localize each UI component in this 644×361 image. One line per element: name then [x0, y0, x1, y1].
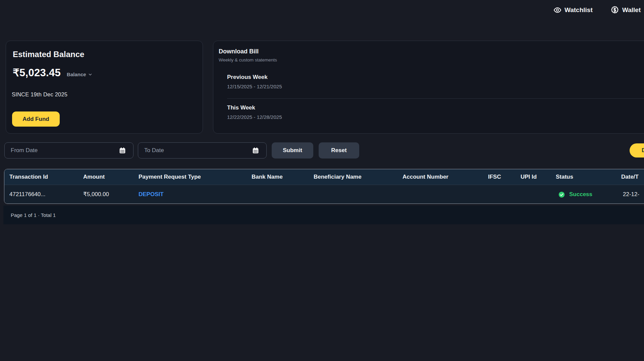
cell-date-time: 22-12- [623, 185, 639, 204]
pagination-text: Page 1 of 1 · Total 1 [11, 212, 56, 218]
bill-item-label: This Week [227, 104, 644, 111]
table-header-row: Transaction Id Amount Payment Request Ty… [4, 169, 644, 185]
bill-item-previous-week[interactable]: Previous Week 12/15/2025 - 12/21/2025 [227, 74, 644, 89]
chevron-down-icon [88, 72, 93, 77]
eye-icon [553, 6, 561, 14]
col-status: Status [556, 169, 573, 185]
from-date-input[interactable] [4, 142, 133, 159]
col-bank-name: Bank Name [252, 169, 283, 185]
download-bill-title: Download Bill [219, 48, 259, 55]
reset-button[interactable]: Reset [319, 142, 359, 159]
col-account-number: Account Number [402, 169, 448, 185]
cell-payment-request-type: DEPOSIT [139, 185, 164, 204]
submit-button[interactable]: Submit [272, 142, 313, 159]
cell-amount: ₹5,000.00 [83, 185, 109, 204]
balance-type-selector[interactable]: Balance [67, 72, 93, 77]
cell-transaction-id: 4721176640... [9, 185, 45, 204]
bill-item-range: 12/15/2025 - 12/21/2025 [227, 84, 644, 89]
transactions-table: Transaction Id Amount Payment Request Ty… [4, 169, 644, 204]
calendar-icon[interactable] [119, 147, 126, 154]
badge-dollar-icon [610, 6, 619, 14]
wallet-nav[interactable]: Wallet [610, 5, 641, 15]
to-date-input[interactable] [138, 142, 267, 159]
wallet-label: Wallet [622, 6, 641, 14]
cell-status: Success [569, 185, 592, 204]
bill-item-label: Previous Week [227, 74, 644, 81]
download-statement-label: D [642, 147, 644, 154]
col-upi-id: UPI Id [521, 169, 537, 185]
bill-item-range: 12/22/2025 - 12/28/2025 [227, 114, 644, 120]
download-statement-button[interactable]: D [630, 143, 644, 157]
pagination-bar: Page 1 of 1 · Total 1 [3, 206, 644, 224]
calendar-icon[interactable] [252, 147, 259, 154]
watchlist-nav[interactable]: Watchlist [553, 5, 593, 15]
to-date-field [138, 142, 267, 159]
from-date-field [4, 142, 133, 159]
estimated-balance-card: Estimated Balance ₹5,023.45 Balance SINC… [6, 41, 203, 134]
circle-check-icon [558, 191, 565, 198]
col-payment-request-type: Payment Request Type [139, 169, 201, 185]
col-date-time: Date/T [621, 169, 639, 185]
balance-since-text: SINCE 19th Dec 2025 [12, 91, 67, 98]
col-amount: Amount [83, 169, 105, 185]
balance-amount: ₹5,023.45 [13, 66, 61, 79]
watchlist-label: Watchlist [565, 6, 593, 14]
download-bill-subtitle: Weekly & custom statements [219, 57, 277, 62]
estimated-balance-title: Estimated Balance [13, 50, 84, 59]
balance-selector-label: Balance [67, 72, 86, 77]
bill-items-divider [227, 98, 644, 99]
col-beneficiary-name: Beneficiary Name [314, 169, 362, 185]
col-transaction-id: Transaction Id [9, 169, 48, 185]
add-fund-button[interactable]: Add Fund [12, 111, 60, 127]
col-ifsc: IFSC [488, 169, 501, 185]
download-bill-card: Download Bill Weekly & custom statements… [213, 41, 644, 134]
table-row[interactable]: 4721176640... ₹5,000.00 DEPOSIT Success … [4, 185, 644, 204]
bill-item-this-week[interactable]: This Week 12/22/2025 - 12/28/2025 [227, 104, 644, 120]
